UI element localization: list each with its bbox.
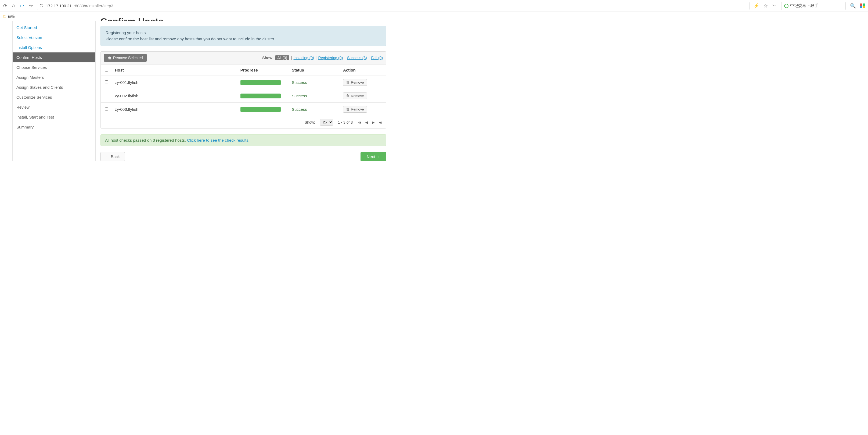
trash-icon: 🗑 (108, 56, 112, 60)
status-cell: Success (289, 103, 340, 116)
status-cell: Success (289, 89, 340, 103)
select-all-checkbox[interactable] (105, 68, 108, 71)
sidebar-item-3[interactable]: Confirm Hosts (12, 52, 95, 62)
sidebar-item-7: Customize Services (12, 92, 95, 102)
sidebar-item-10: Summary (12, 122, 95, 132)
row-checkbox[interactable] (105, 107, 108, 111)
sidebar-item-4: Choose Services (12, 62, 95, 72)
url-path: :8080/#/installer/step3 (74, 3, 113, 8)
alert-text: All host checks passed on 3 registered h… (105, 138, 187, 143)
filter-bar: Show: All (3) | Installing (0) | Registe… (262, 55, 383, 60)
hosts-table-wrap: 🗑 Remove Selected Show: All (3) | Instal… (100, 51, 386, 128)
header-host: Host (112, 64, 238, 76)
browser-search[interactable]: 中纪委再下狠手 (781, 2, 846, 10)
main-content: Confirm Hosts Registering your hosts. Pl… (96, 21, 391, 161)
show-label: Show: (262, 56, 274, 60)
page-title: Confirm Hosts (100, 16, 386, 21)
remove-selected-label: Remove Selected (113, 56, 143, 60)
filter-fail[interactable]: Fail (0) (371, 56, 383, 60)
check-results-link[interactable]: Click here to see the check results (187, 138, 248, 143)
back-button[interactable]: ← Back (100, 152, 125, 161)
shield-icon: 🛡 (40, 3, 44, 8)
reload-icon[interactable]: ⟳ (3, 3, 7, 9)
back-icon[interactable]: ↩ (20, 3, 24, 9)
wizard-footer: ← Back Next → (100, 152, 386, 161)
star-icon[interactable]: ☆ (764, 3, 768, 9)
filter-installing[interactable]: Installing (0) (293, 56, 314, 60)
remove-row-button[interactable]: 🗑Remove (343, 79, 367, 86)
page-first-icon[interactable]: ⏮ (358, 120, 361, 124)
page-range: 1 - 3 of 3 (338, 120, 353, 124)
header-action: Action (340, 64, 386, 76)
sidebar-item-2[interactable]: Install Options (12, 42, 95, 52)
progress-bar (241, 107, 281, 112)
favorite-icon[interactable]: ☆ (29, 3, 33, 9)
host-cell: zy-002.flyfish (112, 89, 238, 103)
header-status: Status (289, 64, 340, 76)
footer-show-label: Show: (305, 120, 315, 124)
trash-icon: 🗑 (346, 94, 349, 98)
progress-bar (241, 93, 281, 98)
sidebar-item-0[interactable]: Get Started (12, 23, 95, 32)
trash-icon: 🗑 (346, 80, 349, 84)
sidebar-item-1[interactable]: Select Version (12, 32, 95, 42)
browser-chrome: ⟳ ⌂ ↩ ☆ 🛡 172.17.100.21:8080/#/installer… (0, 0, 868, 12)
remove-row-button[interactable]: 🗑Remove (343, 106, 367, 113)
search-provider-icon (784, 4, 788, 8)
filter-all[interactable]: All (3) (275, 55, 289, 60)
trash-icon: 🗑 (346, 107, 349, 111)
wizard-sidebar: Get StartedSelect VersionInstall Options… (12, 21, 96, 161)
filter-registering[interactable]: Registering (0) (318, 56, 343, 60)
banner-line: Please confirm the host list and remove … (105, 36, 381, 42)
folder-icon: 🗀 (3, 14, 6, 18)
search-icon[interactable]: 🔍 (850, 3, 856, 9)
info-banner: Registering your hosts. Please confirm t… (100, 26, 386, 46)
status-cell: Success (289, 76, 340, 89)
apps-icon[interactable] (860, 3, 865, 8)
chevron-down-icon[interactable]: ﹀ (772, 3, 777, 9)
bookmark-item[interactable]: 链接 (8, 14, 15, 19)
sidebar-item-9: Install, Start and Test (12, 112, 95, 122)
hosts-table: Host Progress Status Action zy-001.flyfi… (101, 64, 386, 116)
header-progress: Progress (238, 64, 289, 76)
url-bar[interactable]: 🛡 172.17.100.21:8080/#/installer/step3 (37, 2, 749, 10)
table-row: zy-001.flyfishSuccess🗑Remove (101, 76, 386, 89)
search-text: 中纪委再下狠手 (790, 3, 818, 8)
progress-bar (241, 80, 281, 85)
sidebar-item-6: Assign Slaves and Clients (12, 82, 95, 92)
page-next-icon[interactable]: ▶ (372, 120, 375, 124)
filter-success[interactable]: Success (3) (347, 56, 367, 60)
table-row: zy-003.flyfishSuccess🗑Remove (101, 103, 386, 116)
flash-icon[interactable]: ⚡ (753, 3, 759, 9)
banner-line: Registering your hosts. (105, 30, 381, 36)
sidebar-item-8: Review (12, 102, 95, 112)
page-size-select[interactable]: 25 (320, 119, 333, 125)
home-icon[interactable]: ⌂ (12, 3, 15, 9)
table-footer: Show: 25 1 - 3 of 3 ⏮ ◀ ▶ ⏭ (101, 116, 386, 128)
host-cell: zy-003.flyfish (112, 103, 238, 116)
remove-row-button[interactable]: 🗑Remove (343, 92, 367, 99)
row-checkbox[interactable] (105, 94, 108, 97)
table-row: zy-002.flyfishSuccess🗑Remove (101, 89, 386, 103)
table-toolbar: 🗑 Remove Selected Show: All (3) | Instal… (101, 52, 386, 64)
next-button[interactable]: Next → (361, 152, 386, 161)
remove-selected-button[interactable]: 🗑 Remove Selected (104, 54, 147, 62)
page-last-icon[interactable]: ⏭ (378, 120, 382, 124)
url-host: 172.17.100.21 (46, 3, 72, 8)
alert-suffix: . (248, 138, 250, 143)
host-check-alert: All host checks passed on 3 registered h… (100, 135, 386, 146)
page-prev-icon[interactable]: ◀ (365, 120, 368, 124)
row-checkbox[interactable] (105, 80, 108, 84)
host-cell: zy-001.flyfish (112, 76, 238, 89)
sidebar-item-5: Assign Masters (12, 72, 95, 82)
